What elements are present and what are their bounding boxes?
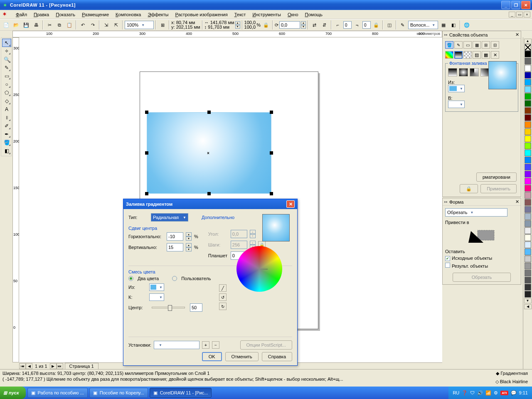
color-swatch[interactable] [525,79,531,86]
mdi-close-button[interactable]: × [524,12,530,17]
color-swatch[interactable] [525,199,531,206]
ok-button[interactable]: OK [202,352,222,361]
lang-indicator[interactable]: RU [453,390,459,395]
color-swatch[interactable] [525,114,531,121]
menu-Компоновка[interactable]: Компоновка [112,11,144,18]
zoom-combo[interactable]: 100%▼ [125,21,154,29]
linear-grad-button[interactable] [448,68,457,76]
cancel-button[interactable]: Отменить [225,352,259,361]
lock-button[interactable]: 🔒 [460,184,478,193]
scale-xy[interactable]: 100,0 100,0 [244,21,256,29]
color-swatch[interactable] [525,277,531,283]
tray-icon[interactable]: ❓ [462,390,468,396]
color-swatch[interactable] [525,51,531,57]
rectangle-tool[interactable]: ▭ [2,72,11,80]
mdi-minimize-button[interactable]: _ [509,12,515,17]
web-tab[interactable]: ⊞ [482,41,490,49]
freehand-tool[interactable]: ✎ [2,64,11,72]
tray-icon[interactable]: 🔊 [477,390,483,396]
format-button[interactable]: рматировани [476,172,517,182]
polygon-tool[interactable]: ⬠ [2,89,11,97]
color-swatch[interactable] [525,128,531,135]
tray-icon[interactable]: 📶 [485,390,491,396]
color-swatch[interactable] [525,249,531,255]
center-slider[interactable] [152,307,185,308]
shape-tool[interactable]: ✧ [2,47,11,55]
wrap-button[interactable]: ▦ [439,20,448,30]
menu-Файл[interactable]: Файл [12,11,30,18]
color-swatch[interactable] [525,143,531,149]
color-swatch[interactable] [525,86,531,93]
fill-tool[interactable]: 🪣 [2,138,11,147]
to-curves-button[interactable]: ◫ [385,20,394,30]
no-fill-button[interactable]: ✕ [491,51,499,59]
color-swatch[interactable] [525,171,531,177]
lock-ratio-button[interactable]: 🔒 [261,20,271,30]
radial-grad-button[interactable] [459,68,468,76]
outline-combo[interactable]: Волося...▼ [408,21,438,29]
corner-tr-icon[interactable]: ¬ [352,20,362,30]
selected-rectangle[interactable]: × [147,112,271,194]
taskbar-item[interactable]: ▣Работа по пособию ... [27,388,88,398]
rect-tab[interactable]: ▭ [463,41,472,49]
basic-shapes-tool[interactable]: ◇ [2,97,11,105]
minimize-button[interactable]: _ [501,1,510,9]
copy-button[interactable]: ⧉ [55,20,64,30]
outline-tab[interactable]: ✎ [454,41,463,49]
docker-close-button[interactable]: ✕ [515,199,519,204]
fountain-fill-button[interactable] [454,51,463,59]
page-last-button[interactable]: ⏭ [57,363,63,369]
custom-radio[interactable] [172,276,177,281]
maximize-button[interactable]: ❐ [511,1,520,9]
page-tab[interactable]: Страница 1 [65,363,99,369]
save-button[interactable]: 💾 [22,20,31,30]
two-color-radio[interactable] [128,276,133,281]
center-input[interactable]: 50 [190,303,202,312]
corner-tl-icon[interactable]: ⌐ [333,20,342,30]
color-swatch[interactable] [525,241,531,248]
snap-button[interactable]: ⊞ [158,20,167,30]
preset-add-button[interactable]: + [202,341,209,349]
docker-close-button[interactable]: ✕ [515,32,519,37]
redo-button[interactable]: ↷ [88,20,97,30]
presets-combo[interactable]: ▼ [154,341,200,349]
pick-tool[interactable]: ↖ [2,39,11,47]
color-wheel[interactable] [236,246,282,292]
menu-Помощь[interactable]: Помощь [302,11,326,18]
trim-button[interactable]: Обрезать [453,273,511,282]
outline-icon[interactable]: ✎ [398,20,407,30]
taskbar-item[interactable]: ▣Пособие по Корелу... [89,388,148,398]
ati-icon[interactable]: ATI [500,391,508,395]
color-swatch[interactable] [525,121,531,128]
ccw-path-button[interactable]: ↺ [219,293,227,301]
menu-Текст[interactable]: Текст [231,11,249,18]
color-swatch[interactable] [525,284,531,291]
direct-path-button[interactable]: ╱ [219,284,227,292]
close-button[interactable]: ✕ [521,1,530,9]
color-swatch[interactable] [525,65,531,71]
fill-tab[interactable]: 🪣 [445,41,453,49]
tray-icon[interactable]: 🛡 [470,390,475,395]
menu-Показать[interactable]: Показать [52,11,79,18]
behind-button[interactable]: ◧ [449,20,458,30]
export-button[interactable]: ⇱ [111,20,121,30]
import-button[interactable]: ⇲ [101,20,111,30]
vert-input[interactable]: 15 [167,243,183,251]
interactive-fill-tool[interactable]: ◧ [2,147,11,155]
preset-remove-button[interactable]: − [212,341,219,349]
palette-up-button[interactable]: ▲ [524,39,532,44]
palette-expand-button[interactable]: ◀ [524,304,532,309]
color-swatch[interactable] [525,185,531,192]
color-swatch[interactable] [525,72,531,79]
uniform-fill-button[interactable] [445,51,453,59]
palette-down-button[interactable]: ▼ [524,298,532,303]
tray-icon[interactable]: ⚙ [494,390,498,396]
color-swatch[interactable] [525,178,531,185]
color-swatch[interactable] [525,150,531,156]
color-swatch[interactable] [525,164,531,170]
from-color-dropdown[interactable]: ▼ [448,85,465,92]
color-swatch[interactable] [525,100,531,107]
outline-tool[interactable]: ✒ [2,130,11,138]
apply-button[interactable]: Применить [480,184,517,193]
menu-Эффекты[interactable]: Эффекты [144,11,172,18]
